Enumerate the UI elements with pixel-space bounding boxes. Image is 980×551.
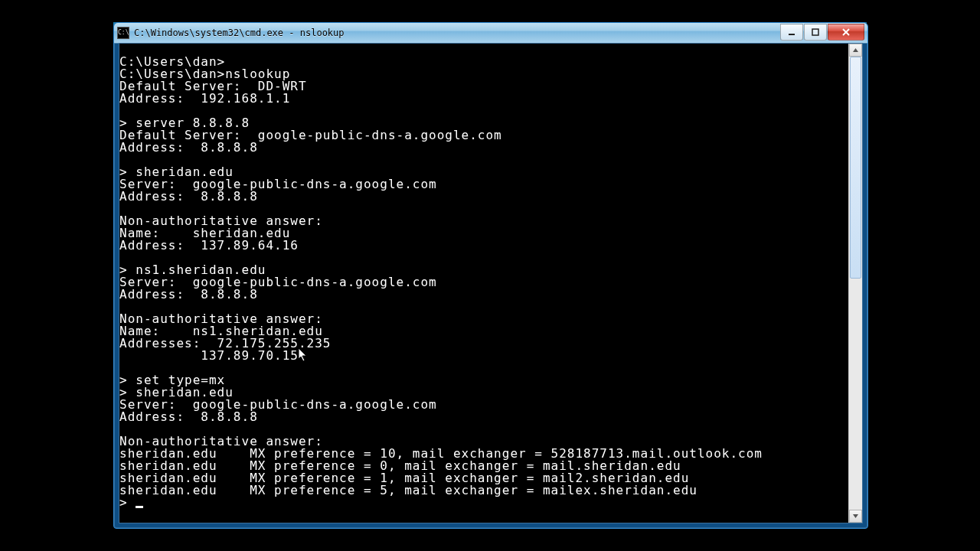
cmd-window: C:\ C:\Windows\system32\cmd.exe - nslook… bbox=[113, 22, 868, 529]
scroll-up-button[interactable] bbox=[849, 44, 862, 57]
chevron-down-icon bbox=[852, 513, 859, 520]
minimize-button[interactable] bbox=[780, 24, 803, 41]
maximize-button[interactable] bbox=[804, 24, 827, 41]
console-output[interactable]: C:\Users\dan> C:\Users\dan>nslookup Defa… bbox=[119, 56, 848, 510]
maximize-icon bbox=[812, 28, 819, 36]
window-controls bbox=[780, 24, 867, 39]
scrollbar-thumb[interactable] bbox=[850, 57, 861, 279]
minimize-icon bbox=[788, 28, 795, 36]
svg-rect-1 bbox=[812, 29, 818, 35]
chevron-up-icon bbox=[852, 47, 859, 54]
titlebar[interactable]: C:\ C:\Windows\system32\cmd.exe - nslook… bbox=[114, 23, 867, 44]
scroll-down-button[interactable] bbox=[849, 510, 862, 523]
svg-marker-4 bbox=[853, 48, 858, 52]
vertical-scrollbar[interactable] bbox=[848, 44, 862, 523]
svg-rect-0 bbox=[789, 34, 795, 35]
window-title: C:\Windows\system32\cmd.exe - nslookup bbox=[134, 28, 780, 38]
svg-marker-5 bbox=[853, 514, 858, 518]
text-caret bbox=[136, 506, 143, 508]
client-area: C:\Users\dan> C:\Users\dan>nslookup Defa… bbox=[119, 43, 863, 523]
close-button[interactable] bbox=[828, 24, 864, 41]
close-icon bbox=[841, 28, 851, 36]
cmd-icon: C:\ bbox=[117, 27, 129, 39]
